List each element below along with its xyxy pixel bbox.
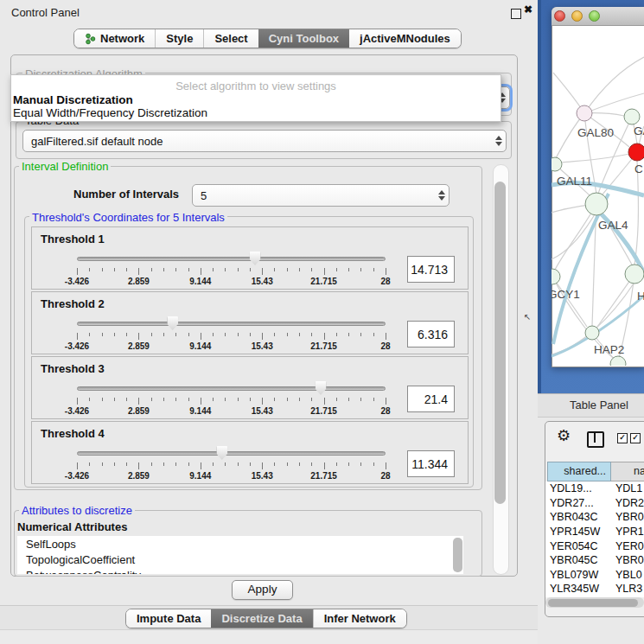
table-row[interactable]: YDR27...YDR2	[545, 496, 644, 511]
close-icon[interactable]: ✖	[524, 3, 532, 16]
numerical-attributes-list[interactable]: SelfLoops TopologicalCoefficient Between…	[17, 536, 463, 574]
slider-tick-labels: -3.4262.8599.14415.4321.71528	[77, 277, 386, 287]
slider-ticks	[77, 268, 386, 276]
node-label: GCY1	[552, 288, 580, 301]
slider-thumb[interactable]	[167, 316, 178, 330]
tab-infer-network[interactable]: Infer Network	[313, 609, 406, 628]
table-row[interactable]: YBR043CYBR0	[545, 510, 644, 525]
table-hscrollbar-thumb[interactable]	[548, 599, 638, 607]
settings-scrollbar-thumb[interactable]	[494, 182, 506, 504]
threshold-1-label: Threshold 1	[41, 233, 105, 245]
tab-cyni-toolbox[interactable]: Cyni Toolbox	[258, 29, 349, 48]
cyni-bottom-tabbar: Impute Data Discretize Data Infer Networ…	[125, 609, 407, 628]
network-node[interactable]	[585, 193, 608, 215]
algorithm-popup: Select algorithm to view settings Manual…	[10, 74, 501, 122]
split-columns-icon[interactable]	[587, 431, 604, 448]
number-of-intervals-label: Number of Intervals	[73, 188, 179, 201]
list-item[interactable]: SelfLoops	[17, 536, 463, 552]
threshold-2-label: Threshold 2	[41, 297, 105, 310]
table-row[interactable]: YDL19...YDL1	[545, 481, 644, 496]
node-label: HAP2	[594, 343, 624, 356]
tab-select[interactable]: Select	[203, 29, 258, 48]
list-scrollbar[interactable]	[453, 538, 462, 572]
combo-stepper-icon[interactable]	[435, 190, 449, 201]
threshold-4-value[interactable]: 11.344	[407, 450, 455, 477]
apply-button[interactable]: Apply	[232, 580, 293, 600]
list-item[interactable]: BetweennessCentrality	[17, 567, 463, 574]
network-node[interactable]	[577, 105, 592, 121]
slider-thumb[interactable]	[250, 252, 261, 265]
mouse-cursor: ↖	[524, 312, 531, 322]
bottom-strip	[0, 629, 538, 644]
table-rows: YDL19...YDL1 YDR27...YDR2 YBR043CYBR0 YP…	[545, 481, 644, 597]
table-row[interactable]: YLR345WYLR3	[545, 582, 644, 596]
control-panel-tabbar: Network Style Select Cyni Toolbox jActiv…	[73, 29, 462, 48]
network-node[interactable]	[625, 265, 644, 284]
table-panel-title: Table Panel	[570, 399, 628, 411]
node-label: GAL4	[598, 219, 628, 232]
tab-style[interactable]: Style	[155, 29, 203, 48]
tab-network[interactable]: Network	[74, 29, 155, 48]
popup-option-equal-width-frequency[interactable]: Equal Width/Frequency Discretization	[13, 106, 207, 119]
table-row[interactable]: YER054CYER0	[545, 539, 644, 553]
slider-ticks	[77, 333, 386, 341]
node-label: GAL11	[557, 175, 592, 188]
popup-placeholder: Select algorithm to view settings	[11, 80, 501, 92]
network-node[interactable]	[552, 157, 562, 171]
combo-stepper-icon[interactable]	[492, 136, 506, 146]
column-header-shared[interactable]: shared...	[547, 462, 611, 481]
slider-thumb[interactable]	[216, 446, 227, 460]
close-traffic-light-icon[interactable]	[554, 10, 565, 22]
thresholds-group-title: Threshold's Coordinates for 5 Intervals	[29, 211, 227, 224]
checkbox-icon[interactable]: ✓	[617, 433, 628, 443]
popup-option-manual-discretization[interactable]: Manual Discretization	[13, 93, 133, 106]
slider-track	[77, 451, 386, 456]
node-label: GA	[634, 124, 644, 137]
zoom-traffic-light-icon[interactable]	[589, 10, 600, 22]
node-label: GAL80	[577, 126, 614, 139]
network-canvas[interactable]: GAL80GACGAL11GAL4GCY1HHAP2	[552, 26, 644, 366]
float-window-icon[interactable]	[511, 9, 521, 19]
attributes-group-title: Attributes to discretize	[19, 504, 135, 517]
threshold-3-label: Threshold 3	[41, 362, 105, 375]
table-data-combobox[interactable]: galFiltered.sif default node	[22, 130, 507, 152]
slider-thumb[interactable]	[316, 381, 327, 395]
threshold-2-panel: Threshold 2 -3.4262.8599.14415.4321.7152…	[31, 291, 469, 354]
threshold-1-slider[interactable]: -3.4262.8599.14415.4321.71528	[77, 252, 386, 286]
control-panel-title: Control Panel	[11, 6, 80, 19]
threshold-4-slider[interactable]: -3.4262.8599.14415.4321.71528	[77, 446, 386, 481]
minimize-traffic-light-icon[interactable]	[571, 10, 583, 22]
tab-discretize-data[interactable]: Discretize Data	[211, 609, 312, 628]
interval-definition-title: Interval Definition	[19, 160, 111, 173]
tab-network-label: Network	[100, 32, 144, 45]
table-row[interactable]: YBL079WYBL0	[545, 568, 644, 583]
threshold-2-value[interactable]: 6.316	[407, 321, 455, 348]
numerical-attributes-label: Numerical Attributes	[17, 520, 127, 533]
network-node[interactable]	[624, 109, 640, 124]
slider-tick-labels: -3.4262.8599.14415.4321.71528	[77, 341, 386, 352]
table-row[interactable]: YPR145WYPR1	[545, 525, 644, 539]
threshold-1-value[interactable]: 14.713	[407, 256, 455, 283]
threshold-3-slider[interactable]: -3.4262.8599.14415.4321.71528	[77, 381, 386, 416]
slider-ticks	[77, 462, 386, 470]
gear-icon[interactable]: ⚙	[557, 428, 571, 443]
threshold-3-value[interactable]: 21.4	[407, 386, 455, 412]
node-label: H	[637, 290, 644, 303]
network-node[interactable]	[628, 143, 644, 161]
slider-ticks	[77, 398, 386, 405]
slider-track	[77, 257, 386, 261]
network-node[interactable]	[585, 326, 599, 340]
threshold-2-slider[interactable]: -3.4262.8599.14415.4321.71528	[77, 316, 386, 351]
threshold-3-panel: Threshold 3 -3.4262.8599.14415.4321.7152…	[31, 356, 469, 419]
tab-jactivemnodules[interactable]: jActiveMNodules	[349, 29, 461, 48]
slider-tick-labels: -3.4262.8599.14415.4321.71528	[77, 471, 386, 481]
number-of-intervals-combobox[interactable]: 5	[192, 184, 450, 207]
network-node[interactable]	[552, 269, 560, 284]
checkbox-icon[interactable]: ✓	[630, 433, 641, 443]
list-item[interactable]: TopologicalCoefficient	[17, 552, 463, 567]
slider-track	[77, 386, 386, 391]
slider-track	[77, 322, 386, 326]
table-row[interactable]: YBR045CYBR0	[545, 553, 644, 568]
column-header-name[interactable]: na	[611, 462, 644, 481]
tab-impute-data[interactable]: Impute Data	[126, 609, 211, 628]
